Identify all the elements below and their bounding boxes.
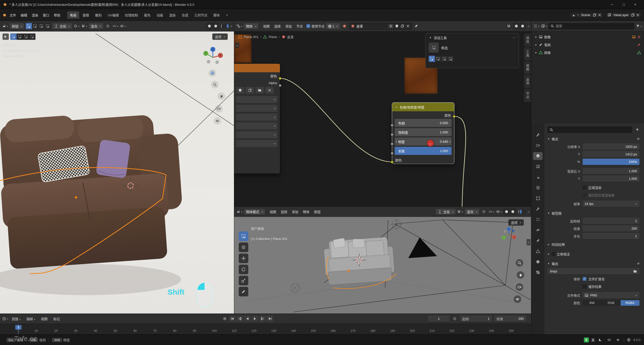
node-dropdown[interactable]: [236, 122, 277, 129]
section-format[interactable]: ▾格式: [544, 135, 644, 143]
workspace-tab[interactable]: 布局: [67, 11, 79, 19]
workspace-tab[interactable]: 渲染: [166, 11, 178, 19]
stereoscopy-checkbox[interactable]: [552, 252, 555, 256]
pin-icon[interactable]: [413, 23, 419, 29]
editor-type-icon[interactable]: [533, 23, 540, 29]
select-mode-new[interactable]: [26, 23, 32, 29]
fps-dropdown[interactable]: 24 fps: [583, 201, 639, 207]
props-tab-world[interactable]: [533, 184, 543, 192]
select-mode-intersect[interactable]: [45, 23, 51, 29]
color-mode-option[interactable]: RGB: [601, 300, 620, 306]
maximize-button[interactable]: □: [618, 0, 629, 9]
props-tab-data[interactable]: [533, 247, 543, 255]
proportional-edit-icon[interactable]: [481, 209, 487, 215]
outliner-search-input[interactable]: [556, 24, 632, 28]
props-tab-texture[interactable]: [533, 268, 543, 276]
pan-hand-icon[interactable]: [218, 92, 225, 100]
shading-material[interactable]: [522, 210, 524, 214]
jump-start-button[interactable]: [229, 316, 236, 322]
material-name-field[interactable]: 皮革 6: [349, 23, 412, 30]
remove-viewlayer-icon[interactable]: [636, 13, 640, 17]
show-gizmo-icon[interactable]: [206, 23, 213, 29]
alpha-output-socket[interactable]: [279, 84, 281, 87]
workspace-tab[interactable]: +: [223, 12, 231, 18]
hue-input-socket[interactable]: [391, 124, 393, 127]
image-texture-node-header[interactable]: [234, 64, 280, 72]
cache-result-checkbox[interactable]: 缓存结果: [583, 284, 601, 289]
clock-icon[interactable]: [452, 316, 458, 322]
color-output-socket[interactable]: [279, 77, 281, 80]
display-mode-icon[interactable]: [541, 23, 547, 29]
select-mode-intersect[interactable]: [448, 56, 454, 62]
viewport-options-dropdown[interactable]: 选项: [212, 33, 228, 40]
editor-type-icon[interactable]: [236, 23, 243, 29]
menu-item[interactable]: 视图: [267, 208, 278, 215]
current-frame-field[interactable]: 1: [428, 316, 450, 322]
resolution-y-field[interactable]: 1412 px: [583, 151, 639, 157]
node-editor-canvas[interactable]: Plane.001› Plane› 皮革 › 颜色 Alpha: [234, 31, 531, 207]
collapse-icon[interactable]: ▾: [429, 36, 432, 39]
color-mode-option[interactable]: RGBA: [621, 300, 639, 306]
pivot-point-dropdown[interactable]: [73, 23, 80, 29]
timeline-ruler[interactable]: 1102030405060708090100110120130140150160…: [0, 324, 531, 334]
editor-type-icon[interactable]: [236, 209, 243, 215]
active-tool-dropdown[interactable]: 按钮: [10, 23, 24, 29]
props-tab-physics[interactable]: [533, 226, 543, 234]
crop-to-border-checkbox[interactable]: 裁切至区域渲染框: [583, 193, 615, 197]
color-mode-option[interactable]: BW: [583, 300, 601, 306]
node-value-field[interactable]: ‹ 饱和度 1.000 ›: [395, 128, 452, 136]
toolbar-expand-arrow[interactable]: ›: [235, 43, 239, 48]
transform-orientation-dropdown[interactable]: 全局: [436, 209, 456, 215]
select-mode-extend[interactable]: [32, 23, 38, 29]
color-input-socket[interactable]: [391, 161, 393, 163]
shader-type-dropdown[interactable]: 物体: [244, 23, 259, 29]
falloff-dropdown[interactable]: 混合: [465, 209, 479, 215]
node-dropdown[interactable]: [236, 114, 277, 121]
menu-item[interactable]: 添加: [290, 208, 301, 215]
section-stereoscopy[interactable]: ▸立体视法: [544, 250, 644, 258]
frame-step-field[interactable]: 1: [583, 233, 639, 239]
select-mode-extend[interactable]: [435, 56, 441, 62]
menu-item[interactable]: 节点: [294, 23, 305, 29]
expand-icon[interactable]: ▸: [534, 43, 538, 46]
section-time-stretch[interactable]: ▸时间拉伸: [544, 240, 644, 248]
show-overlays-icon[interactable]: [213, 23, 219, 29]
menu-item[interactable]: 物体: [301, 208, 312, 215]
overlay-a-icon[interactable]: [513, 23, 519, 29]
auto-key-icon[interactable]: [221, 316, 228, 322]
workspace-tab[interactable]: 纹理绘制: [122, 11, 141, 19]
play-reverse-button[interactable]: [244, 316, 251, 322]
shading-rendered[interactable]: [524, 210, 526, 214]
keying-menu[interactable]: 插帧: [24, 315, 37, 322]
shading-solid[interactable]: [223, 24, 225, 28]
shading-wireframe[interactable]: [517, 210, 520, 214]
select-mode-subtract[interactable]: [38, 23, 45, 29]
expand-icon[interactable]: ▸: [534, 51, 538, 54]
minimize-button[interactable]: ─: [606, 0, 618, 9]
props-tab-constraints[interactable]: [533, 237, 543, 245]
view-menu[interactable]: 视图: [39, 315, 50, 322]
grid-view-icon[interactable]: [514, 295, 521, 303]
resolution-x-field[interactable]: 1920 px: [583, 144, 639, 150]
menu-item[interactable]: 帮助: [52, 12, 63, 18]
tool-rotate[interactable]: [239, 265, 248, 274]
menu-item[interactable]: 选择: [278, 208, 290, 215]
zoom-icon[interactable]: [516, 259, 523, 267]
workspace-tab[interactable]: 脚本: [211, 11, 223, 19]
properties-search-input[interactable]: [555, 128, 630, 132]
props-tab-object[interactable]: [533, 194, 543, 202]
camera-view-icon[interactable]: [516, 283, 523, 291]
workspace-tab[interactable]: 合成: [179, 11, 191, 19]
aspect-y-field[interactable]: 1.000: [583, 176, 639, 182]
presets-icon[interactable]: [635, 136, 641, 142]
image-texture-node[interactable]: 颜色 Alpha: [234, 64, 280, 174]
tool-scale[interactable]: [239, 276, 248, 285]
grid-view-icon[interactable]: [214, 117, 221, 125]
overlay-b-icon[interactable]: [519, 23, 526, 29]
resolution-percent-slider[interactable]: 100%: [583, 159, 639, 165]
menu-item[interactable]: 渲染: [29, 12, 41, 18]
output-path-field[interactable]: /tmp\: [547, 268, 639, 274]
aspect-x-field[interactable]: 1.000: [583, 168, 639, 174]
outliner-row-brushes[interactable]: ▸ 笔刷: [533, 41, 642, 49]
blender-menu-icon[interactable]: [3, 13, 6, 17]
